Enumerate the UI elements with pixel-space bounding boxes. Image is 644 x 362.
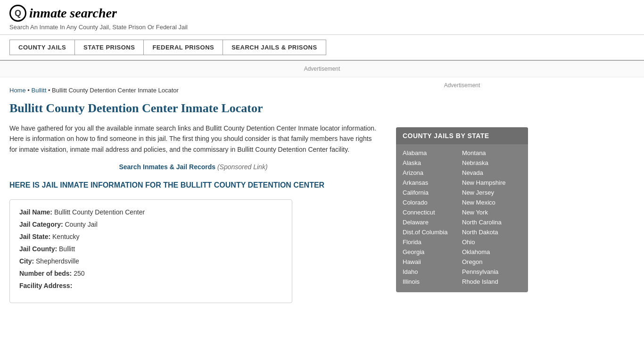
nav-state-prisons[interactable]: STATE PRISONS [74, 40, 143, 55]
page-title: Bullitt County Detention Center Inmate L… [9, 101, 377, 115]
state-link[interactable]: Idaho [403, 267, 462, 277]
nav-county-jails[interactable]: COUNTY JAILS [9, 40, 74, 55]
breadcrumb-bullitt[interactable]: Bullitt [31, 87, 46, 94]
state-link[interactable]: Georgia [403, 247, 462, 257]
state-link[interactable]: Hawaii [403, 257, 462, 267]
state-link[interactable]: Florida [403, 237, 462, 247]
state-box-title: COUNTY JAILS BY STATE [396, 127, 528, 144]
state-link[interactable]: Connecticut [403, 207, 462, 217]
state-link[interactable]: Pennsylvania [462, 267, 521, 277]
state-link[interactable]: Colorado [403, 197, 462, 207]
state-link[interactable]: Rhode Island [462, 277, 521, 287]
state-col-left: AlabamaAlaskaArizonaArkansasCaliforniaCo… [403, 148, 462, 287]
state-link[interactable]: Arizona [403, 168, 462, 178]
content-area: Home • Bullitt • Bullitt County Detentio… [0, 77, 387, 322]
info-row-address: Facility Address: [19, 282, 282, 289]
state-link[interactable]: Oklahoma [462, 247, 521, 257]
nav-bar: COUNTY JAILS STATE PRISONS FEDERAL PRISO… [0, 35, 644, 61]
state-link[interactable]: New Hampshire [462, 178, 521, 188]
state-link[interactable]: Alabama [403, 148, 462, 158]
info-box: Jail Name: Bullitt County Detention Cent… [9, 199, 292, 303]
state-box: COUNTY JAILS BY STATE AlabamaAlaskaArizo… [396, 127, 528, 292]
info-value-jail-state: Kentucky [52, 233, 80, 240]
info-value-jail-category: County Jail [65, 221, 97, 228]
sidebar: Advertisement COUNTY JAILS BY STATE Alab… [387, 77, 537, 322]
sidebar-ad: Advertisement [396, 82, 528, 120]
info-row-jail-state: Jail State: Kentucky [19, 233, 282, 240]
logo-icon: Q [9, 5, 26, 22]
state-link[interactable]: Nevada [462, 168, 521, 178]
state-link[interactable]: Illinois [403, 277, 462, 287]
info-label-jail-state: Jail State: [19, 233, 50, 240]
info-row-beds: Number of beds: 250 [19, 270, 282, 277]
section-heading: HERE IS JAIL INMATE INFORMATION FOR THE … [9, 180, 377, 190]
state-link[interactable]: New Mexico [462, 197, 521, 207]
state-link[interactable]: Dist.of Columbia [403, 227, 462, 237]
breadcrumb-home[interactable]: Home [9, 87, 26, 94]
state-link[interactable]: Nebraska [462, 158, 521, 168]
info-value-city: Shepherdsville [36, 257, 79, 265]
info-label-city: City: [19, 257, 34, 265]
state-link[interactable]: Arkansas [403, 178, 462, 188]
state-link[interactable]: Oregon [462, 257, 521, 267]
info-label-jail-name: Jail Name: [19, 208, 52, 216]
info-row-jail-name: Jail Name: Bullitt County Detention Cent… [19, 208, 282, 216]
nav-buttons: COUNTY JAILS STATE PRISONS FEDERAL PRISO… [9, 40, 635, 55]
breadcrumb-current: Bullitt County Detention Center Inmate L… [52, 87, 179, 94]
info-label-jail-category: Jail Category: [19, 221, 63, 228]
nav-search-jails[interactable]: SEARCH JAILS & PRISONS [223, 40, 326, 55]
logo-area: Q inmate searcher [9, 5, 635, 22]
info-row-city: City: Shepherdsville [19, 257, 282, 265]
body-text: We have gathered for you all the availab… [9, 123, 377, 155]
breadcrumb: Home • Bullitt • Bullitt County Detentio… [9, 87, 377, 94]
sponsored-link: Search Inmates & Jail Records (Sponsored… [9, 163, 377, 171]
info-value-beds: 250 [74, 270, 84, 277]
state-link[interactable]: North Dakota [462, 227, 521, 237]
state-link[interactable]: Delaware [403, 217, 462, 227]
ad-banner: Advertisement [0, 61, 644, 77]
nav-federal-prisons[interactable]: FEDERAL PRISONS [143, 40, 223, 55]
info-label-beds: Number of beds: [19, 270, 72, 277]
logo-text: inmate searcher [29, 6, 117, 21]
info-label-jail-county: Jail County: [19, 245, 57, 253]
state-link[interactable]: California [403, 188, 462, 197]
ad-banner-label: Advertisement [304, 66, 340, 72]
sponsored-label: (Sponsored Link) [217, 163, 268, 171]
info-row-jail-county: Jail County: Bullitt [19, 245, 282, 253]
sidebar-ad-label: Advertisement [444, 82, 480, 89]
header: Q inmate searcher Search An Inmate In An… [0, 0, 644, 35]
state-link[interactable]: New York [462, 207, 521, 217]
state-col-right: MontanaNebraskaNevadaNew HampshireNew Je… [462, 148, 521, 287]
state-link[interactable]: Ohio [462, 237, 521, 247]
state-link[interactable]: North Carolina [462, 217, 521, 227]
state-link[interactable]: Montana [462, 148, 521, 158]
state-link[interactable]: New Jersey [462, 188, 521, 197]
sponsored-link-anchor[interactable]: Search Inmates & Jail Records [119, 163, 215, 171]
info-value-jail-county: Bullitt [59, 245, 75, 253]
info-label-address: Facility Address: [19, 282, 72, 289]
state-grid: AlabamaAlaskaArizonaArkansasCaliforniaCo… [396, 144, 528, 292]
main-layout: Home • Bullitt • Bullitt County Detentio… [0, 77, 644, 322]
info-value-jail-name: Bullitt County Detention Center [54, 208, 145, 216]
info-row-jail-category: Jail Category: County Jail [19, 221, 282, 228]
tagline: Search An Inmate In Any County Jail, Sta… [9, 24, 635, 31]
state-link[interactable]: Alaska [403, 158, 462, 168]
